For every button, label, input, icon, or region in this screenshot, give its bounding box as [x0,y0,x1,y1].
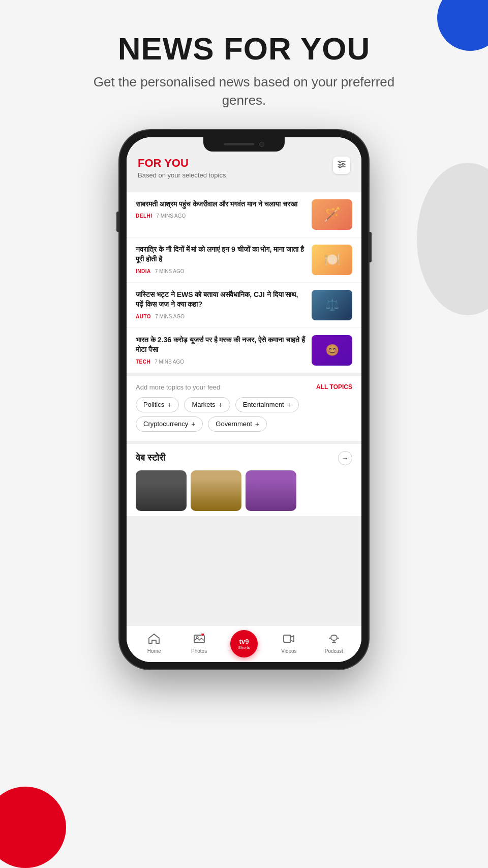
nav-label-photos: Photos [191,648,207,654]
for-you-title: FOR YOU [138,157,228,170]
page-header: NEWS FOR YOU Get the personalised news b… [0,0,488,125]
news-thumbnail: 🍽️ [312,245,352,275]
filter-icon [338,161,346,170]
shorts-label: Shorts [238,645,250,650]
news-item[interactable]: जस्टिस भट्ट ने EWS को बताया असंवैधानिक, … [127,283,361,328]
svg-rect-10 [284,635,291,642]
news-tag: DELHI [136,213,152,219]
brand-text: tv9 [239,638,249,645]
web-stories-title: वेब स्टोरी [136,453,165,463]
notch-speaker [224,143,254,145]
nav-label-podcast: Podcast [325,648,343,654]
news-time: 7 MINS AGO [155,314,185,319]
topic-label: Government [216,420,252,428]
topics-header: Add more topics to your feed ALL TOPICS [136,383,352,391]
topic-chip-government[interactable]: Government + [208,416,267,432]
nav-label-videos: Videos [281,648,296,654]
story-card-2[interactable] [191,470,241,511]
news-feed: साबरमती आश्रम पहुंच केजरीवाल और भगवंत मा… [127,192,361,373]
news-item[interactable]: नवरात्रि के नौ दिनों में मां को लगाएं इन… [127,237,361,283]
topic-label: Markets [192,401,215,408]
photos-icon: + [194,634,205,646]
bubble-pointer [142,185,156,192]
nav-item-photos[interactable]: + Photos [176,634,221,654]
for-you-subtitle: Based on your selected topics. [138,171,228,179]
news-meta: AUTO 7 MINS AGO [136,314,306,319]
topic-label: Cryptocurrency [143,420,188,428]
news-headline: जस्टिस भट्ट ने EWS को बताया असंवैधानिक, … [136,290,306,310]
videos-icon [283,634,294,646]
podcast-icon [328,634,340,646]
plus-icon: + [167,401,171,409]
web-stories-section: वेब स्टोरी → [127,441,361,516]
news-text: भारत के 2.36 करोड़ यूजर्स पर है मस्क की … [136,335,306,365]
svg-text:+: + [201,634,202,636]
news-tag: AUTO [136,314,151,319]
nav-item-videos[interactable]: Videos [266,634,311,654]
topic-chip-markets[interactable]: Markets + [184,397,230,412]
nav-item-center[interactable]: tv9 Shorts [222,630,266,657]
shorts-button[interactable]: tv9 Shorts [230,630,258,657]
nav-label-home: Home [147,648,161,654]
topic-chip-entertainment[interactable]: Entertainment + [235,397,299,412]
story-card-3[interactable] [246,470,296,511]
news-tag: INDIA [136,268,151,274]
phone-notch [203,137,285,152]
nav-item-home[interactable]: Home [132,634,176,654]
screen-content: FOR YOU Based on your selected topics. [127,137,361,662]
svg-rect-6 [194,635,204,643]
topic-label: Politics [143,401,164,408]
topics-title: Add more topics to your feed [136,383,220,391]
news-meta: INDIA 7 MINS AGO [136,268,306,274]
page-subtitle: Get the personalised news based on your … [92,73,396,110]
news-headline: भारत के 2.36 करोड़ यूजर्स पर है मस्क की … [136,335,306,355]
news-time: 7 MINS AGO [157,213,186,219]
plus-icon: + [287,401,291,409]
bg-decoration-red [0,787,66,868]
svg-point-4 [342,163,344,165]
phone-wrapper: FOR YOU Based on your selected topics. [0,130,488,669]
web-stories-row [136,470,352,511]
plus-icon: + [219,401,223,409]
news-meta: TECH 7 MINS AGO [136,359,306,365]
notch-camera [259,142,264,147]
all-topics-link[interactable]: ALL TOPICS [316,383,352,391]
news-headline: साबरमती आश्रम पहुंच केजरीवाल और भगवंत मा… [136,199,306,209]
news-text: साबरमती आश्रम पहुंच केजरीवाल और भगवंत मा… [136,199,306,219]
phone-screen: FOR YOU Based on your selected topics. [127,137,361,662]
filter-button[interactable] [333,157,350,174]
news-tag: TECH [136,359,150,365]
news-thumbnail: 😊 [312,335,352,366]
web-stories-arrow[interactable]: → [338,451,352,465]
page-title: NEWS FOR YOU [0,31,488,67]
topic-chip-cryptocurrency[interactable]: Cryptocurrency + [136,416,203,432]
news-meta: DELHI 7 MINS AGO [136,213,306,219]
plus-icon: + [255,420,259,428]
bottom-nav: Home + Photos [127,625,361,662]
news-thumbnail: 🪄 [312,199,352,230]
news-time: 7 MINS AGO [155,268,185,274]
svg-point-5 [339,166,341,168]
news-thumbnail: ⚖️ [312,290,352,320]
topics-row-1: Politics + Markets + Entertainment + [136,397,352,412]
web-stories-header: वेब स्टोरी → [136,451,352,465]
phone-device: FOR YOU Based on your selected topics. [119,130,369,669]
news-text: नवरात्रि के नौ दिनों में मां को लगाएं इन… [136,245,306,274]
topics-section: Add more topics to your feed ALL TOPICS … [127,373,361,441]
news-item[interactable]: भारत के 2.36 करोड़ यूजर्स पर है मस्क की … [127,328,361,373]
topic-chip-politics[interactable]: Politics + [136,397,179,412]
topics-row-2: Cryptocurrency + Government + [136,416,352,432]
svg-point-3 [339,161,341,163]
news-text: जस्टिस भट्ट ने EWS को बताया असंवैधानिक, … [136,290,306,319]
news-headline: नवरात्रि के नौ दिनों में मां को लगाएं इन… [136,245,306,264]
news-time: 7 MINS AGO [155,359,184,365]
home-icon [148,634,160,646]
for-you-header-left: FOR YOU Based on your selected topics. [138,157,228,179]
plus-icon: + [191,420,195,428]
news-item[interactable]: साबरमती आश्रम पहुंच केजरीवाल और भगवंत मा… [127,192,361,237]
story-card-1[interactable] [136,470,187,511]
topic-label: Entertainment [243,401,284,408]
nav-item-podcast[interactable]: Podcast [312,634,356,654]
